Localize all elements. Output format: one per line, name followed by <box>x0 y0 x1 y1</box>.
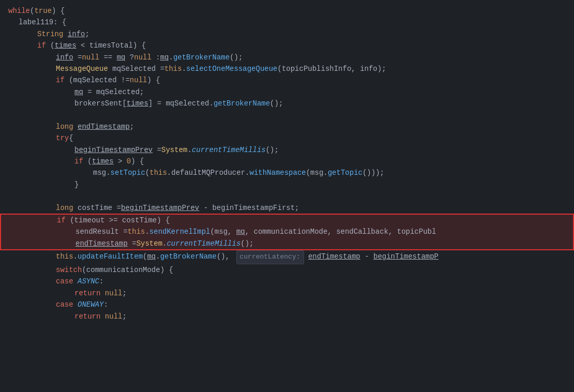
code-line: info = null == mq ? null : mq . getBroke… <box>0 52 574 63</box>
code-line: try { <box>0 132 574 144</box>
code-line: MessageQueue mqSelected = this . selectO… <box>0 63 574 74</box>
tooltip: currentLatency: <box>236 250 304 264</box>
highlighted-line-top: if (timeout >= costTime) { <box>0 214 574 226</box>
code-line: this . updateFaultItem ( mq . getBrokerN… <box>0 250 574 264</box>
code-line: return null ; <box>0 288 574 299</box>
blank-line <box>0 110 574 121</box>
code-line: brokersSent[ times ] = mqSelected. getBr… <box>0 98 574 109</box>
code-line: if (mqSelected != null ) { <box>0 74 574 86</box>
code-line: String info ; <box>0 28 574 40</box>
highlighted-line-mid: sendResult = this . sendKernelImpl (msg,… <box>0 226 574 237</box>
code-line: long endTimestamp ; <box>0 121 574 132</box>
code-line: } <box>0 179 574 190</box>
code-line: label119: { <box>0 17 574 28</box>
code-line: switch (communicationMode) { <box>0 264 574 276</box>
code-editor: while(true) { label119: { String info ; … <box>0 0 574 392</box>
code-line: if ( times < timesTotal ) { <box>0 40 574 51</box>
code-line: if ( times > 0 ) { <box>0 156 574 167</box>
code-line: case ASYNC : <box>0 276 574 287</box>
code-line: while(true) { <box>0 5 574 17</box>
blank-line <box>0 190 574 202</box>
code-line: long costTime = beginTimestampPrev - beg… <box>0 202 574 214</box>
code-line: case ONEWAY : <box>0 299 574 310</box>
code-line: beginTimestampPrev = System . currentTim… <box>0 144 574 156</box>
code-line: return null ; <box>0 311 574 322</box>
code-line: msg. setTopic ( this . defaultMQProducer… <box>0 167 574 178</box>
highlighted-line-bot: endTimestamp = System . currentTimeMilli… <box>0 238 574 250</box>
code-line: mq = mqSelected; <box>0 86 574 98</box>
